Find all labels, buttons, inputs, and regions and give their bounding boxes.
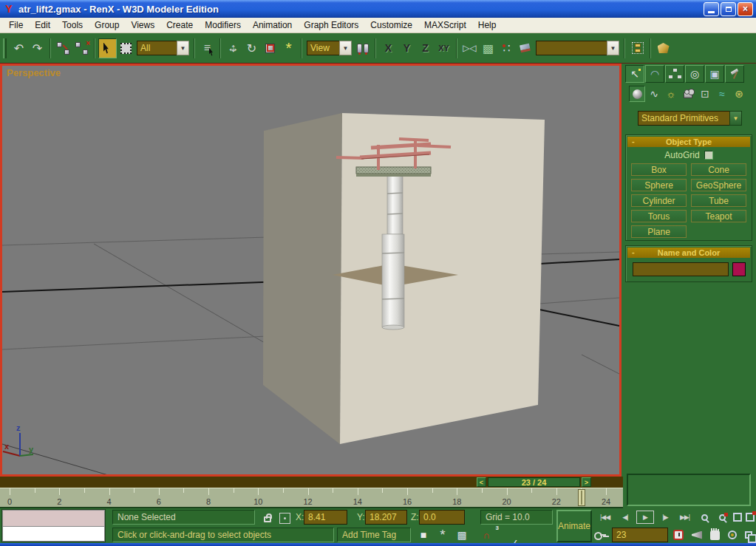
- close-button[interactable]: ×: [738, 2, 753, 16]
- object-type-plane-button[interactable]: Plane: [631, 225, 687, 238]
- array-button[interactable]: ▩: [479, 38, 497, 58]
- collapse-icon[interactable]: -: [632, 248, 635, 256]
- axis-constraint-x[interactable]: X: [379, 39, 398, 58]
- category-combo[interactable]: Standard Primitives ▼: [638, 111, 742, 126]
- menu-customize[interactable]: Customize: [364, 18, 418, 32]
- subtab-helpers[interactable]: ⊡: [697, 86, 713, 102]
- set-key-button[interactable]: [593, 528, 607, 542]
- menu-create[interactable]: Create: [160, 18, 199, 32]
- selection-filter-combo[interactable]: All ▼: [137, 41, 189, 55]
- track-bar[interactable]: < 23 / 24 >: [0, 477, 623, 488]
- animate-button[interactable]: Animate: [556, 510, 592, 542]
- pan-view-button[interactable]: [708, 528, 721, 542]
- menu-graph-editors[interactable]: Graph Editors: [298, 18, 364, 32]
- selection-bracket-toggle[interactable]: ▩: [455, 528, 469, 542]
- selection-region-button[interactable]: [117, 38, 135, 58]
- select-and-scale-button[interactable]: [261, 38, 279, 58]
- play-button[interactable]: ▶: [636, 511, 654, 524]
- title-bar[interactable]: Υ atr_lift2.gmax - RenX - W3D Modeler Ed…: [0, 0, 756, 18]
- category-value[interactable]: Standard Primitives: [638, 111, 729, 126]
- subtab-lights[interactable]: ☼: [663, 86, 679, 102]
- select-object-button[interactable]: [98, 38, 117, 58]
- chevron-down-icon[interactable]: ▼: [177, 41, 189, 55]
- viewport-label[interactable]: Perspective: [7, 67, 61, 78]
- object-type-torus-button[interactable]: Torus: [631, 210, 687, 222]
- object-type-geosphere-button[interactable]: GeoSphere: [691, 179, 746, 191]
- arc-rotate-button[interactable]: [726, 528, 739, 542]
- tab-motion[interactable]: ◎: [685, 65, 704, 83]
- y-coord-field[interactable]: 18.207: [365, 510, 407, 525]
- object-type-tube-button[interactable]: Tube: [691, 194, 746, 207]
- selection-filter-value[interactable]: All: [137, 41, 177, 55]
- subtab-geometry[interactable]: [629, 86, 645, 102]
- axis-constraint-xy[interactable]: XY: [435, 39, 453, 58]
- time-slider-handle[interactable]: [578, 489, 585, 506]
- menu-group[interactable]: Group: [89, 18, 125, 32]
- menu-views[interactable]: Views: [125, 18, 160, 32]
- degradation-override-toggle[interactable]: *: [436, 528, 449, 542]
- go-to-start-button[interactable]: |◀◀: [596, 510, 614, 525]
- x-coord-field[interactable]: 8.41: [304, 510, 347, 525]
- chevron-down-icon[interactable]: ▼: [339, 41, 352, 55]
- select-and-manipulate-button[interactable]: *: [279, 38, 298, 58]
- tab-utilities[interactable]: [725, 65, 744, 83]
- collapse-icon[interactable]: -: [632, 137, 635, 146]
- select-and-link-button[interactable]: [54, 38, 72, 58]
- menu-file[interactable]: File: [3, 18, 29, 32]
- restore-button[interactable]: [721, 2, 736, 16]
- z-coord-field[interactable]: 0.0: [419, 510, 465, 525]
- selection-lock-toggle[interactable]: [261, 510, 274, 525]
- tab-hierarchy[interactable]: [665, 65, 684, 83]
- menu-animation[interactable]: Animation: [247, 18, 298, 32]
- listener-macro-field[interactable]: [2, 510, 105, 526]
- select-and-rotate-button[interactable]: ↻: [242, 38, 261, 58]
- named-selection-combo[interactable]: ▼: [536, 41, 619, 55]
- autogrid-checkbox[interactable]: [704, 151, 713, 160]
- use-center-button[interactable]: [353, 38, 372, 58]
- reference-coordsys-combo[interactable]: View ▼: [307, 41, 352, 55]
- menu-tools[interactable]: Tools: [56, 18, 89, 32]
- go-to-end-button[interactable]: ▶▶|: [675, 510, 694, 525]
- named-selection-value[interactable]: [536, 41, 607, 55]
- object-type-rollout-header[interactable]: - Object Type: [627, 137, 750, 147]
- menu-maxscript[interactable]: MAXScript: [418, 18, 472, 32]
- next-frame-step-button[interactable]: |▶: [657, 510, 673, 525]
- field-of-view-button[interactable]: [690, 528, 704, 542]
- frame-indicator[interactable]: 23 / 24: [488, 477, 580, 487]
- object-type-teapot-button[interactable]: Teapot: [691, 210, 746, 222]
- min-max-toggle-button[interactable]: [742, 528, 755, 542]
- absolute-offset-toggle[interactable]: [278, 511, 291, 525]
- object-type-cylinder-button[interactable]: Cylinder: [631, 194, 687, 207]
- material-editor-button[interactable]: [654, 38, 672, 58]
- chevron-down-icon[interactable]: ▼: [729, 111, 742, 126]
- listener-script-field[interactable]: [2, 526, 105, 542]
- tab-display[interactable]: ▣: [705, 65, 724, 83]
- next-frame-button[interactable]: >: [582, 477, 591, 487]
- track-view-button[interactable]: [628, 38, 647, 58]
- named-selection-edit-button[interactable]: [516, 38, 534, 58]
- menu-edit[interactable]: Edit: [29, 18, 56, 32]
- perspective-viewport[interactable]: Perspective: [0, 64, 622, 477]
- select-and-move-button[interactable]: ↔↕: [224, 38, 242, 58]
- select-by-name-button[interactable]: ≡: [198, 38, 217, 58]
- object-color-swatch[interactable]: [732, 262, 746, 276]
- minimize-button[interactable]: [704, 2, 719, 16]
- subtab-systems[interactable]: ⊛: [731, 86, 747, 102]
- mirror-button[interactable]: ▷◁: [460, 38, 479, 58]
- tab-modify[interactable]: ◠: [645, 65, 664, 83]
- axis-constraint-z[interactable]: Z: [416, 39, 435, 58]
- tab-create[interactable]: ↖: [625, 65, 644, 83]
- toolbar-drag-handle[interactable]: [3, 38, 7, 58]
- align-button[interactable]: ∷: [497, 38, 516, 58]
- name-color-rollout-header[interactable]: - Name and Color: [627, 248, 750, 258]
- subtab-shapes[interactable]: ∿: [646, 86, 662, 102]
- menu-modifiers[interactable]: Modifiers: [199, 18, 247, 32]
- redo-button[interactable]: ↷: [28, 38, 47, 58]
- coordsys-value[interactable]: View: [307, 41, 339, 55]
- zoom-all-button[interactable]: [715, 510, 729, 525]
- time-slider-ruler[interactable]: 024681012141618202224: [0, 488, 623, 508]
- current-frame-field[interactable]: 23: [612, 528, 668, 542]
- zoom-extents-button[interactable]: [732, 510, 743, 525]
- menu-help[interactable]: Help: [472, 18, 503, 32]
- prev-frame-button[interactable]: <: [477, 477, 486, 487]
